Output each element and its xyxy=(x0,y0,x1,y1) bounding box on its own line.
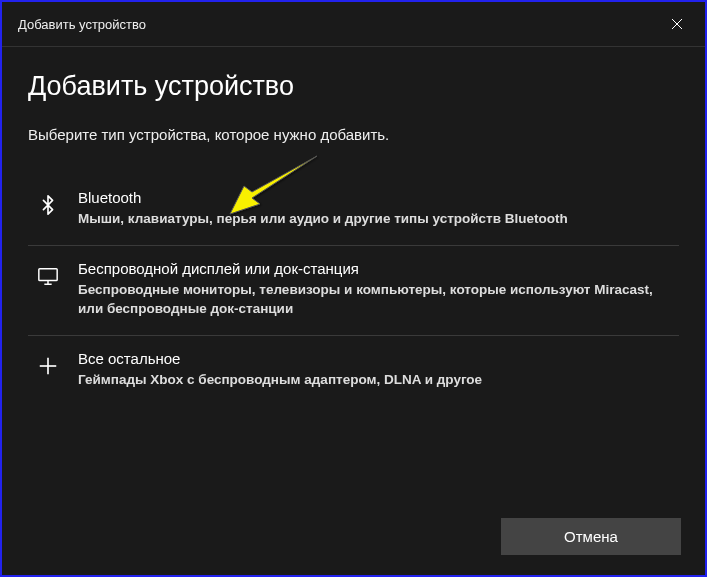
option-text: Все остальное Геймпады Xbox с беспроводн… xyxy=(78,350,673,390)
close-button[interactable] xyxy=(665,12,689,36)
option-title: Все остальное xyxy=(78,350,673,367)
option-everything-else[interactable]: Все остальное Геймпады Xbox с беспроводн… xyxy=(28,336,679,406)
option-desc: Мыши, клавиатуры, перья или аудио и друг… xyxy=(78,210,673,229)
option-title: Bluetooth xyxy=(78,189,673,206)
svg-rect-2 xyxy=(39,269,57,281)
close-icon xyxy=(671,18,683,30)
option-desc: Беспроводные мониторы, телевизоры и комп… xyxy=(78,281,673,319)
page-subtitle: Выберите тип устройства, которое нужно д… xyxy=(28,126,679,143)
monitor-icon xyxy=(34,262,62,290)
add-device-dialog: Добавить устройство Добавить устройство … xyxy=(0,0,707,577)
option-text: Беспроводной дисплей или док-станция Бес… xyxy=(78,260,673,319)
option-desc: Геймпады Xbox с беспроводным адаптером, … xyxy=(78,371,673,390)
option-wireless-display[interactable]: Беспроводной дисплей или док-станция Бес… xyxy=(28,246,679,336)
plus-icon xyxy=(34,352,62,380)
option-title: Беспроводной дисплей или док-станция xyxy=(78,260,673,277)
titlebar-title: Добавить устройство xyxy=(18,17,146,32)
dialog-footer: Отмена xyxy=(501,518,681,555)
titlebar: Добавить устройство xyxy=(2,2,705,47)
bluetooth-icon xyxy=(34,191,62,219)
cancel-button[interactable]: Отмена xyxy=(501,518,681,555)
dialog-content: Добавить устройство Выберите тип устройс… xyxy=(2,47,705,426)
option-text: Bluetooth Мыши, клавиатуры, перья или ау… xyxy=(78,189,673,229)
page-title: Добавить устройство xyxy=(28,71,679,102)
option-bluetooth[interactable]: Bluetooth Мыши, клавиатуры, перья или ау… xyxy=(28,175,679,246)
